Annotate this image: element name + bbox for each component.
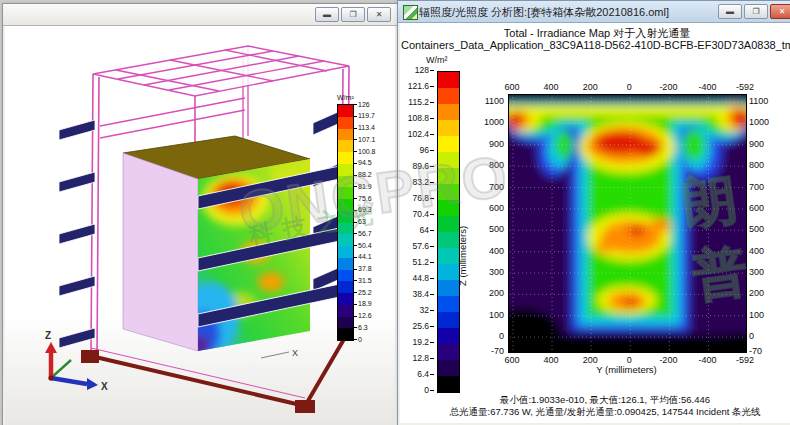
- tick-label: 83.2: [406, 178, 434, 187]
- y-axis-arrow: [51, 360, 71, 378]
- model-colorbar-unit: W/m²: [337, 94, 354, 101]
- tick-label: 64: [406, 226, 434, 235]
- colorbar-band: [438, 184, 459, 200]
- tick-label: 38.4: [406, 290, 434, 299]
- tick-label: 300: [472, 267, 504, 277]
- tick-label: 900: [472, 139, 504, 149]
- tick-label: 12.6: [354, 312, 372, 319]
- tick-label: -70: [472, 346, 504, 356]
- tick-label: 100.8: [354, 148, 376, 155]
- tick-label: 400: [749, 246, 781, 256]
- colorbar-band: [438, 168, 459, 184]
- tick-label: 200: [749, 288, 781, 298]
- tick-label: 1100: [749, 96, 781, 106]
- map-window-title: 辐照度/光照度 分析图:[赛特箱体杂散20210816.oml]: [419, 5, 669, 20]
- tick-label: 56.7: [354, 230, 372, 237]
- tick-label: 18.9: [354, 300, 372, 307]
- tick-label: 700: [472, 182, 504, 192]
- model-window-titlebar[interactable]: ▬ ❐ ✕: [3, 4, 397, 26]
- tick-label: -70: [749, 346, 781, 356]
- restore-button[interactable]: ❐: [341, 7, 365, 22]
- tick-label: 0: [472, 331, 504, 341]
- close-button[interactable]: ✕: [367, 7, 391, 22]
- colorbar-band: [338, 223, 353, 235]
- tick-label: 100: [472, 310, 504, 320]
- tick-label: 88.2: [354, 171, 372, 178]
- colorbar-band: [338, 281, 353, 293]
- colorbar-band: [438, 296, 459, 312]
- tick-label: 57.6: [406, 242, 434, 251]
- tick-label: 51.2: [406, 258, 434, 267]
- colorbar-band: [338, 187, 353, 199]
- minimize-button[interactable]: ▬: [315, 7, 339, 22]
- tick-label: 400: [534, 82, 568, 92]
- model-colorbar-bands: [337, 104, 354, 341]
- colorbar-band: [338, 176, 353, 188]
- tick-label: 94.5: [354, 159, 372, 166]
- colorbar-band: [338, 117, 353, 129]
- tick-label: 1000: [749, 117, 781, 127]
- map-subtitle: Containers_Data_Application_83C9A118-D56…: [401, 39, 790, 51]
- map-window-titlebar[interactable]: 辐照度/光照度 分析图:[赛特箱体杂散20210816.oml] ▬ ❐ ✕: [398, 1, 790, 23]
- tick-label: 75.6: [354, 195, 372, 202]
- colorbar-band: [438, 120, 459, 136]
- irradiance-map-canvas[interactable]: Total - Irradiance Map 对于入射光通量 Container…: [400, 23, 790, 423]
- tick-label: 108.8: [406, 114, 434, 123]
- tick-label: 69.3: [354, 206, 372, 213]
- x-axis-arrowhead: [87, 378, 98, 390]
- restore-button[interactable]: ❐: [744, 4, 768, 19]
- tick-label: 128: [406, 66, 434, 75]
- scene-axis-x-label: X: [292, 348, 298, 358]
- colorbar-band: [338, 258, 353, 270]
- tick-label: 500: [472, 224, 504, 234]
- tick-label: 200: [573, 355, 607, 365]
- tick-label: -200: [651, 82, 685, 92]
- tick-label: 81.9: [354, 183, 372, 190]
- tick-label: 800: [472, 160, 504, 170]
- colorbar-band: [338, 328, 353, 340]
- tick-label: 32: [406, 306, 434, 315]
- tick-label: 600: [472, 203, 504, 213]
- tick-label: 600: [749, 203, 781, 213]
- colorbar-band: [338, 199, 353, 211]
- colorbar-band: [338, 140, 353, 152]
- stats-line-2: 总光通量:67.736 W, 光通量/发射光通量:0.090425, 14754…: [440, 406, 770, 419]
- irradiance-map-icon: [403, 5, 418, 20]
- colorbar-band: [438, 136, 459, 152]
- tick-label: 100: [749, 310, 781, 320]
- tick-label: 6.3: [354, 324, 368, 331]
- colorbar-band: [438, 88, 459, 104]
- tick-label: 96: [406, 146, 434, 155]
- tick-label: -400: [691, 82, 725, 92]
- colorbar-band: [438, 232, 459, 248]
- colorbar-band: [338, 211, 353, 223]
- z-axis-title: Z (millimeters): [457, 226, 468, 286]
- tick-label: 119.7: [354, 112, 375, 119]
- cage-top-frame: [93, 46, 349, 96]
- tick-label: 1100: [472, 96, 504, 106]
- desktop: ▬ ❐ ✕: [0, 0, 790, 425]
- colorbar-band: [438, 104, 459, 120]
- colorbar-band: [338, 129, 353, 141]
- tick-label: 102.4: [406, 130, 434, 139]
- colorbar-band: [338, 293, 353, 305]
- colorbar-band: [338, 317, 353, 329]
- tick-label: 300: [749, 267, 781, 277]
- z-axis-label: Z: [45, 330, 51, 341]
- minimize-button[interactable]: ▬: [718, 4, 742, 19]
- tick-label: 0: [612, 82, 646, 92]
- colorbar-band: [338, 246, 353, 258]
- x-axis-title: Y (millimeters): [508, 364, 745, 375]
- colorbar-band: [338, 164, 353, 176]
- tick-label: 25.2: [354, 289, 372, 296]
- tick-label: 200: [472, 288, 504, 298]
- tick-label: 113.4: [354, 124, 375, 131]
- model-view-canvas[interactable]: X Z X W/m² 126119.7113.4107.1100.894.58: [5, 26, 395, 425]
- heatmap-plot[interactable]: [508, 94, 747, 353]
- colorbar-band: [338, 105, 353, 117]
- tick-label: 6.4: [406, 370, 434, 379]
- model-colorbar-labels: 126119.7113.4107.1100.894.588.281.975.66…: [354, 96, 394, 356]
- colorbar-band: [438, 216, 459, 232]
- x-axis-label: X: [101, 381, 108, 392]
- close-button[interactable]: ✕: [770, 4, 790, 19]
